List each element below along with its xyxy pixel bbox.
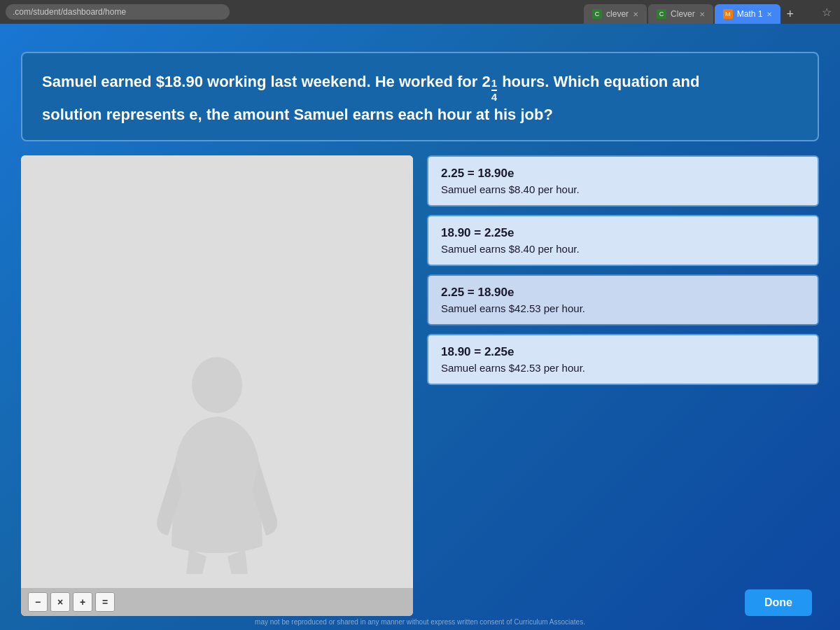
question-text-part1: Samuel earned $18.90 working last weeken… <box>42 73 491 90</box>
bottom-nav: Done <box>745 589 812 616</box>
calc-plus-button[interactable]: + <box>73 592 92 612</box>
answer-equation-3: 2.25 = 18.90e <box>441 286 805 300</box>
tab-label-clever1: clever <box>606 9 629 19</box>
tab-clever-2[interactable]: C Clever ✕ <box>648 4 713 24</box>
tab-favicon-math: M <box>723 9 733 19</box>
browser-chrome: .com/student/dashboard/home C clever ✕ C… <box>0 0 840 24</box>
fraction-denominator: 4 <box>491 90 497 104</box>
person-silhouette <box>154 350 280 574</box>
answer-choice-4[interactable]: 18.90 = 2.25e Samuel earns $42.53 per ho… <box>427 334 819 385</box>
calculator-bar: − × + = <box>21 588 413 616</box>
tab-close-clever1[interactable]: ✕ <box>633 10 638 18</box>
answer-solution-2: Samuel earns $8.40 per hour. <box>441 243 805 255</box>
fraction: 14 <box>491 78 497 103</box>
tab-favicon-clever2: C <box>657 9 666 19</box>
answer-solution-1: Samuel earns $8.40 per hour. <box>441 183 805 195</box>
question-text-part3: solution represents e, the amount Samuel… <box>42 106 553 123</box>
tab-math[interactable]: M Math 1 ✕ <box>715 4 781 24</box>
image-area <box>21 155 413 588</box>
new-tab-button[interactable]: + <box>782 7 798 22</box>
tab-close-math[interactable]: ✕ <box>766 10 772 18</box>
calc-multiply-button[interactable]: × <box>50 592 70 612</box>
svg-point-0 <box>192 357 242 413</box>
done-button[interactable]: Done <box>745 589 812 616</box>
tab-label-clever2: Clever <box>671 9 695 19</box>
right-panel: 2.25 = 18.90e Samuel earns $8.40 per hou… <box>427 155 819 616</box>
left-panel: − × + = <box>21 155 413 616</box>
content-row: − × + = 2.25 = 18.90e Samuel earns $8.40… <box>21 155 819 616</box>
calc-equals-button[interactable]: = <box>95 592 115 612</box>
tab-clever-1[interactable]: C clever ✕ <box>584 4 647 24</box>
answer-choice-3[interactable]: 2.25 = 18.90e Samuel earns $42.53 per ho… <box>427 274 819 326</box>
answer-choice-1[interactable]: 2.25 = 18.90e Samuel earns $8.40 per hou… <box>427 155 819 206</box>
answer-equation-1: 2.25 = 18.90e <box>441 167 805 181</box>
answer-solution-4: Samuel earns $42.53 per hour. <box>441 362 805 374</box>
url-bar[interactable]: .com/student/dashboard/home <box>6 4 230 20</box>
answer-solution-3: Samuel earns $42.53 per hour. <box>441 302 805 314</box>
answer-choice-2[interactable]: 18.90 = 2.25e Samuel earns $8.40 per hou… <box>427 215 819 266</box>
question-text: Samuel earned $18.90 working last weeken… <box>42 70 798 126</box>
tab-close-clever2[interactable]: ✕ <box>699 10 705 18</box>
answer-equation-2: 18.90 = 2.25e <box>441 226 805 240</box>
question-card: Samuel earned $18.90 working last weeken… <box>21 52 819 141</box>
question-text-part2: hours. Which equation and <box>498 73 699 90</box>
answer-equation-4: 18.90 = 2.25e <box>441 345 805 359</box>
tab-favicon-clever1: C <box>592 9 602 19</box>
main-content: Samuel earned $18.90 working last weeken… <box>0 24 840 630</box>
mixed-number: 14 <box>491 78 498 103</box>
tab-label-math: Math 1 <box>737 9 763 19</box>
tab-area: C clever ✕ C Clever ✕ M Math 1 ✕ + <box>584 0 798 24</box>
url-text: .com/student/dashboard/home <box>13 7 126 17</box>
footer-text: may not be reproduced or shared in any m… <box>0 618 840 626</box>
calc-minus-button[interactable]: − <box>28 592 48 612</box>
fraction-numerator: 1 <box>491 78 497 90</box>
bookmark-icon[interactable]: ☆ <box>822 6 832 19</box>
